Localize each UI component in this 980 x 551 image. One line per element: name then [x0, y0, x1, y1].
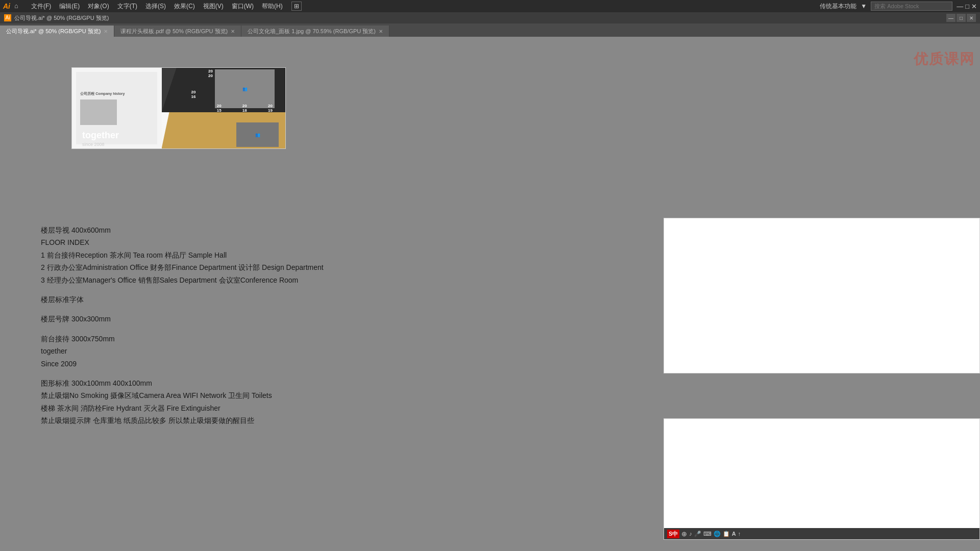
- tab-0[interactable]: 公司导视.ai* @ 50% (RGB/GPU 预览) ✕: [0, 26, 114, 37]
- mic-icon[interactable]: 🎤: [694, 531, 701, 537]
- year-2019: 2019: [268, 104, 273, 113]
- win-minimize[interactable]: —: [946, 14, 955, 22]
- close-icon[interactable]: ✕: [971, 3, 977, 10]
- tab-2-close[interactable]: ✕: [379, 29, 383, 34]
- tab-0-label: 公司导视.ai* @ 50% (RGB/GPU 预览): [6, 28, 101, 35]
- year-2016: 2016: [191, 90, 196, 99]
- menu-text[interactable]: 文字(T): [114, 1, 141, 12]
- doc-icon: Ai: [4, 14, 11, 21]
- network-icon[interactable]: ⊕: [681, 530, 687, 538]
- tab-1-close[interactable]: ✕: [231, 29, 235, 34]
- doc-title: 公司导视.ai* @ 50% (RGB/GPU 预览): [14, 14, 109, 22]
- win-close[interactable]: ✕: [967, 14, 976, 22]
- text-line-10: Since 2009: [41, 358, 324, 369]
- menu-select[interactable]: 选择(S): [142, 1, 169, 12]
- app-logo: Ai: [3, 2, 10, 10]
- workspace-label: 传统基本功能: [820, 2, 856, 11]
- gap-4: [41, 370, 324, 378]
- tab-1[interactable]: 课程片头模板.pdf @ 50% (RGB/GPU 预览) ✕: [114, 26, 241, 37]
- font-icon[interactable]: A: [732, 531, 736, 537]
- tab-0-close[interactable]: ✕: [104, 29, 108, 34]
- text-line-3: 1 前台接待Reception 茶水间 Tea room 样品厅 Sample …: [41, 249, 324, 261]
- menu-help[interactable]: 帮助(H): [258, 1, 286, 12]
- speaker-icon[interactable]: ♪: [689, 531, 692, 537]
- right-panel-bottom: S中 ⊕ ♪ 🎤 ⌨ 🌐 📋 A ↑: [664, 418, 980, 540]
- artboard-company-label: 公司历程 Company history: [80, 91, 153, 96]
- text-line-5: 3 经理办公室Manager's Office 销售部Sales Departm…: [41, 274, 324, 286]
- text-line-4: 2 行政办公室Administration Office 财务部Finance …: [41, 262, 324, 273]
- text-line-8: 前台接待 3000x750mm: [41, 333, 324, 344]
- view-icons: — □ ✕: [957, 3, 977, 10]
- text-line-9: together: [41, 345, 324, 357]
- year-2020: 2020: [208, 69, 213, 79]
- artboard-photo2: 👥: [215, 69, 275, 108]
- text-line-7: 楼层号牌 300x300mm: [41, 313, 324, 324]
- ime-icon[interactable]: S中: [667, 530, 679, 538]
- text-line-13: 楼梯 茶水间 消防栓Fire Hydrant 灭火器 Fire Extingui…: [41, 403, 324, 414]
- menu-file[interactable]: 文件(F): [28, 1, 55, 12]
- artboard-photo1: [80, 99, 116, 125]
- upload-icon[interactable]: ↑: [738, 531, 741, 537]
- globe-icon[interactable]: 🌐: [714, 531, 721, 537]
- workspace-dropdown-icon[interactable]: ▼: [861, 3, 867, 10]
- artboard-together: together: [82, 130, 119, 141]
- watermark: 优质课网: [914, 47, 975, 69]
- window-controls: — □ ✕: [946, 14, 976, 22]
- menu-window[interactable]: 窗口(W): [228, 1, 257, 12]
- text-line-1: 楼层导视 400x600mm: [41, 224, 324, 236]
- win-maximize[interactable]: □: [957, 14, 966, 22]
- home-icon[interactable]: ⌂: [14, 2, 22, 10]
- minimize-icon[interactable]: —: [957, 3, 963, 10]
- gap-1: [41, 287, 324, 294]
- search-input[interactable]: [871, 2, 952, 11]
- photo3-placeholder: 👥: [255, 133, 260, 137]
- tab-2[interactable]: 公司文化墙_面板 1.jpg @ 70.59% (RGB/GPU 预览) ✕: [241, 26, 389, 37]
- menu-effect[interactable]: 效果(C): [170, 1, 199, 12]
- tab-1-label: 课程片头模板.pdf @ 50% (RGB/GPU 预览): [120, 28, 228, 35]
- right-panel-top: [664, 218, 980, 373]
- title-bar: Ai 公司导视.ai* @ 50% (RGB/GPU 预览) — □ ✕: [0, 12, 980, 23]
- text-line-2: FLOOR INDEX: [41, 237, 324, 248]
- menu-right: 传统基本功能 ▼ — □ ✕: [820, 2, 977, 11]
- maximize-icon[interactable]: □: [965, 3, 969, 10]
- canvas-area: 优质课网 公司历程 Company history 👥: [0, 37, 980, 540]
- text-line-11: 图形标准 300x100mm 400x100mm: [41, 378, 324, 389]
- artboard-inner: 公司历程 Company history 👥 2020 2016 2015 20…: [72, 68, 285, 148]
- layout-icon[interactable]: ⊞: [291, 2, 302, 11]
- menu-bar: Ai ⌂ 文件(F) 编辑(E) 对象(O) 文字(T) 选择(S) 效果(C)…: [0, 0, 980, 12]
- year-2015: 2015: [217, 104, 222, 113]
- menu-view[interactable]: 视图(V): [200, 1, 227, 12]
- text-line-6: 楼层标准字体: [41, 294, 324, 305]
- artboard-thumbnail: 公司历程 Company history 👥 2020 2016 2015 20…: [71, 67, 286, 149]
- photo2-placeholder: 👥: [242, 87, 248, 91]
- gap-2: [41, 306, 324, 313]
- year-2018: 2018: [242, 104, 247, 113]
- clipboard-icon[interactable]: 📋: [723, 531, 730, 537]
- tab-2-label: 公司文化墙_面板 1.jpg @ 70.59% (RGB/GPU 预览): [248, 28, 376, 35]
- menu-object[interactable]: 对象(O): [84, 1, 112, 12]
- gap-3: [41, 326, 324, 333]
- watermark-icon: 优质课网: [914, 51, 975, 67]
- text-content-area: 楼层导视 400x600mm FLOOR INDEX 1 前台接待Recepti…: [41, 224, 324, 427]
- keyboard-icon[interactable]: ⌨: [703, 531, 712, 537]
- artboard-photo3: 👥: [236, 122, 279, 146]
- text-line-12: 禁止吸烟No Smoking 摄像区域Camera Area WIFI Netw…: [41, 390, 324, 401]
- system-taskbar: S中 ⊕ ♪ 🎤 ⌨ 🌐 📋 A ↑: [664, 528, 979, 539]
- menu-edit[interactable]: 编辑(E): [56, 1, 83, 12]
- tab-bar: 公司导视.ai* @ 50% (RGB/GPU 预览) ✕ 课程片头模板.pdf…: [0, 23, 980, 37]
- text-line-14: 禁止吸烟提示牌 仓库重地 纸质品比较多 所以禁止吸烟要做的醒目些: [41, 415, 324, 426]
- artboard-since: since 2008: [82, 142, 105, 147]
